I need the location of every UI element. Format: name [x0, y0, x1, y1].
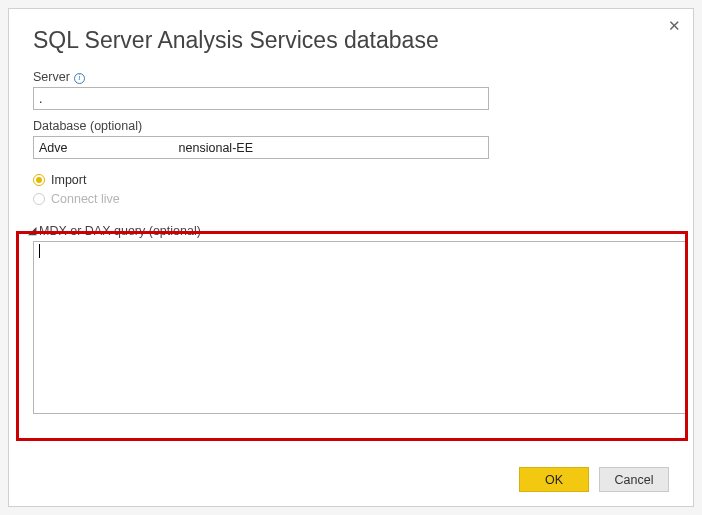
radio-connect-live-label: Connect live	[51, 192, 120, 206]
server-input[interactable]	[33, 87, 489, 110]
database-label: Database (optional)	[33, 119, 669, 133]
ok-button[interactable]: OK	[519, 467, 589, 492]
radio-connect-live: Connect live	[33, 192, 669, 206]
caret-down-icon: ◢	[28, 225, 36, 236]
server-label-row: Server i	[33, 70, 669, 84]
info-icon[interactable]: i	[74, 73, 85, 84]
dialog-title: SQL Server Analysis Services database	[33, 27, 669, 54]
query-textarea[interactable]	[33, 241, 688, 414]
radio-import-label: Import	[51, 173, 86, 187]
query-expander[interactable]: ◢ MDX or DAX query (optional)	[28, 224, 669, 238]
connection-mode-group: Import Connect live	[33, 173, 669, 206]
radio-icon	[33, 174, 45, 186]
dialog-button-row: OK Cancel	[519, 467, 669, 492]
cancel-button[interactable]: Cancel	[599, 467, 669, 492]
server-label: Server	[33, 70, 70, 84]
close-icon[interactable]: ✕	[668, 17, 681, 35]
radio-icon	[33, 193, 45, 205]
text-cursor	[39, 244, 40, 258]
query-label: MDX or DAX query (optional)	[39, 224, 201, 238]
radio-import[interactable]: Import	[33, 173, 669, 187]
ssas-connection-dialog: ✕ SQL Server Analysis Services database …	[8, 8, 694, 507]
database-input[interactable]	[33, 136, 489, 159]
